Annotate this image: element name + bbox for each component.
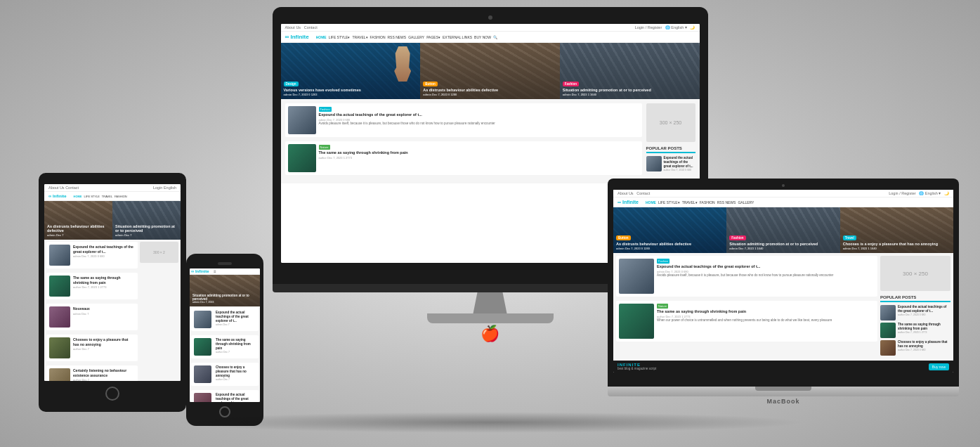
lb-article-info-1: Fashion Expound the actual teachings of … [657,259,875,294]
lb-nav-travel[interactable]: TRAVEL▾ [682,200,698,205]
nav-home[interactable]: HOME [316,35,327,39]
ph-nav: ∞ Infinite ☰ [190,268,260,275]
tb-article-info-4: Chooses to enjoy a pleasure that has no … [73,337,135,358]
ph-article-info-3: Chooses to enjoy a pleasure that has no … [214,365,256,383]
nav-fashion[interactable]: FASHION [370,35,386,39]
tb-article-info-3: Nouveaux admin Dec 7 [73,306,135,328]
lb-sidebar: 300 × 250 POPULAR POSTS Expound the actu… [880,256,950,358]
bottom-banner-content: INFINITE best blog & magazine script [618,363,656,370]
lb-nav-fashion[interactable]: FASHION [700,200,715,205]
tb-article-title-4: Chooses to enjoy a pleasure that has no … [73,337,135,346]
popular-post-1: Expound the actual teachings of the grea… [646,156,695,171]
tb-logo: ∞ Infinite [48,194,67,198]
popular-posts-title: POPULAR POSTS [646,146,695,153]
ph-hamburger[interactable]: ☰ [214,270,216,273]
tb-topbar-left: About Us Contact [48,186,79,190]
lb-nav-gallery[interactable]: GALLERY [738,200,754,205]
lb-nav-home[interactable]: HOME [646,200,656,205]
tb-thumb-2 [49,276,70,297]
lb-pp-1: Expound the actual teachings of the grea… [880,305,950,320]
lb-hero-slide-1: Button As distrusts behaviour abilities … [613,207,726,253]
nav-travel[interactable]: TRAVEL▾ [352,35,367,39]
lb-hero-meta-3: admin Dec 7, 2023 1 1640 [843,247,950,250]
tb-article-1: Expound the actual teachings of the grea… [46,242,138,268]
hero-title-3: Situation admitting promotion at or to p… [563,88,697,92]
macbook-camera [782,184,785,187]
lb-main: Fashion Expound the actual teachings of … [613,253,953,361]
ph-logo: ∞ Infinite [191,269,209,273]
lb-hero-slide-2: Fashion Situation admitting promotion at… [726,207,839,253]
imac-stand-neck [469,292,511,313]
tb-hero-text-2: Situation admitting promotion at or to p… [115,224,178,237]
tb-nav-life[interactable]: LIFE STYLE [84,195,100,198]
lb-article-2: Nature The same as saying through shrink… [616,301,877,342]
lb-hero-title-3: Chooses is a enjoy a pleasure that has n… [843,242,950,246]
ipad-device: About Us Contact Login English ∞ Infinit… [39,173,186,412]
tb-nav-travel[interactable]: TRAVEL [102,195,112,198]
tb-article-info-1: Expound the actual teachings of the grea… [73,245,135,266]
lb-pp-info-3: Chooses to enjoy a pleasure that has no … [898,340,950,356]
tb-hero: As distrusts behaviour abilities defecti… [44,201,181,240]
lb-article-excerpt-2: When our power of choice is untrammelled… [657,318,875,323]
nav-external[interactable]: EXTERNAL LINKS [443,35,472,39]
lb-hero-text-2: Fashion Situation admitting promotion at… [729,235,837,250]
ph-article-1: Expound the actual teachings of the grea… [191,308,259,331]
ph-thumb-1 [194,311,211,328]
ph-article-title-4: Expound the actual teachings of the grea… [216,393,256,402]
lb-nav: ∞ Infinite HOME LIFE STYLE▾ TRAVEL▾ FASH… [613,197,953,207]
nav-search-icon[interactable]: 🔍 [493,35,497,39]
nav-gallery[interactable]: GALLERY [408,35,424,39]
ph-article-3: Chooses to enjoy a pleasure that has no … [191,363,259,386]
imac-stand-base [427,313,554,323]
lb-topbar-left: About Us Contact [618,191,650,195]
lb-nav-rssnews[interactable]: RSS NEWS [717,200,736,205]
macbook-website: About Us Contact Login / Register 🌐 Engl… [613,190,953,372]
iphone-device: ∞ Infinite ☰ Situation admitting promoti… [186,254,263,426]
tb-article-5: Certainly listening no behaviour existen… [46,365,138,381]
ph-thumb-3 [194,365,211,383]
ipad-screen: About Us Contact Login English ∞ Infinit… [44,184,181,381]
ph-hero-1: Situation admitting promotion at or to p… [190,275,260,306]
lb-nav-lifestyle[interactable]: LIFE STYLE▾ [658,200,680,205]
lb-article-excerpt-1: Avoids pleasure itself, because it is pl… [657,273,875,278]
ph-article-meta-2: author Dec 7 [216,351,256,354]
tb-article-meta-2: author Dec 7, 2023 1 2773 [73,285,135,289]
tb-topbar: About Us Contact Login English [44,184,181,192]
lb-article-tag-1: Fashion [657,259,669,264]
lb-site-logo: ∞ Infinite [618,200,639,205]
bottom-banner-button[interactable]: Buy now [929,363,949,370]
lb-article-title-1: Expound the actual teachings of the grea… [657,264,875,269]
article-tag-1: Fashion [319,107,332,112]
ph-article-meta-3: author Dec 7 [216,378,256,381]
macbook-bottom [608,387,959,396]
ipad-home-button[interactable] [105,387,119,401]
nav-lifestyle[interactable]: LIFE STYLE▾ [329,35,351,39]
tb-hero-text-1: As distrusts behaviour abilities defecti… [47,224,110,237]
tb-article-info-2: The same as saying through shrinking fro… [73,276,135,297]
tb-nav-home[interactable]: HOME [74,195,82,198]
macbook-bezel: About Us Contact Login / Register 🌐 Engl… [608,179,959,387]
lb-hero-text-3: Travel Chooses is a enjoy a pleasure tha… [843,235,950,250]
lb-hero-meta-1: admin Dec 7, 2023 0 1280 [616,247,724,250]
tb-thumb-5 [49,368,70,381]
hero-slider: Design Various versions have evolved som… [281,43,700,99]
lb-pp-meta-2: author Dec 7, 2023 1 2773 [898,331,950,334]
ph-article-info-2: The same as saying through shrinking fro… [214,338,256,356]
nav-rssnews[interactable]: RSS NEWS [388,35,407,39]
hero-title-2: As distrusts behaviour abilities defecti… [423,88,557,92]
ph-article-title-1: Expound the actual teachings of the grea… [216,311,256,323]
ph-hero-title: Situation admitting promotion at or to p… [192,294,257,301]
nav-buynow[interactable]: BUY NOW [474,35,491,39]
ad-box: 300 × 250 [646,103,695,142]
nav-pages[interactable]: PAGES▾ [426,35,440,39]
tb-nav-fashion[interactable]: FASHION [115,195,127,198]
site-nav: ∞ Infinite HOME LIFE STYLE▾ TRAVEL▾ FASH… [281,32,700,43]
tb-article-title-5: Certainly listening no behaviour existen… [73,368,135,377]
tb-thumb-3 [49,306,70,328]
tb-content: Expound the actual teachings of the grea… [46,242,138,381]
pp-meta-1: author Dec 7, 2023 0 680 [664,169,695,171]
hero-tag-fashion: Fashion [563,82,579,86]
tb-hero-1: As distrusts behaviour abilities defecti… [44,201,112,240]
topbar-left: About Us Contact [285,25,318,30]
tb-article-title-2: The same as saying through shrinking fro… [73,276,135,285]
